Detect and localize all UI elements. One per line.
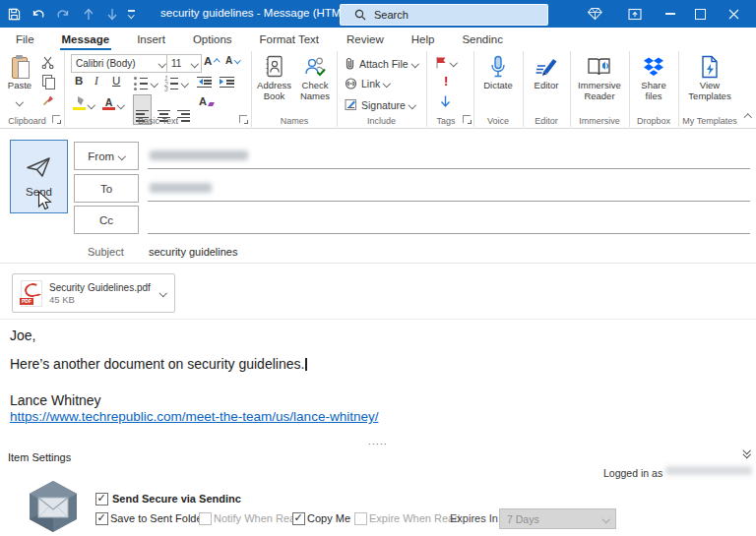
shrink-font-button[interactable]: A — [225, 55, 232, 66]
tab-sendinc[interactable]: Sendinc — [448, 28, 517, 51]
group-dropbox: Share files Dropbox — [629, 51, 679, 127]
tab-insert[interactable]: Insert — [123, 28, 179, 51]
tab-help[interactable]: Help — [398, 28, 449, 51]
increase-indent-button[interactable] — [220, 77, 234, 88]
font-size-value: 11 — [171, 58, 181, 69]
save-button[interactable] — [2, 0, 26, 28]
font-name-value: Calibri (Body) — [76, 58, 136, 69]
redo-button[interactable] — [51, 0, 75, 28]
clear-formatting-button[interactable]: A — [199, 95, 214, 107]
low-importance-button[interactable] — [440, 94, 451, 112]
check-names-button[interactable]: Check Names — [295, 53, 335, 101]
send-paper-plane-icon — [26, 155, 52, 180]
address-book-button[interactable]: Address Book — [255, 53, 293, 101]
logged-in-account-redacted — [665, 466, 752, 475]
tab-message[interactable]: Message — [48, 28, 124, 51]
text-highlight-chevron[interactable] — [88, 101, 95, 109]
dictate-button[interactable]: Dictate — [478, 53, 518, 91]
attachment-card[interactable]: PDF Security Guidelines.pdf 45 KB — [12, 273, 175, 313]
arrow-up-icon — [83, 8, 94, 21]
editor-pen-icon — [527, 53, 566, 81]
minimize-button[interactable] — [656, 0, 685, 28]
copy-me-label[interactable]: Copy Me — [307, 512, 350, 524]
underline-button[interactable]: U — [112, 75, 120, 87]
group-clipboard: Paste — [0, 51, 65, 127]
message-body[interactable]: Joe, Here’s another document on security… — [0, 321, 756, 434]
pane-resize-handle[interactable]: ..... — [0, 437, 756, 447]
font-color-button[interactable]: A — [102, 96, 115, 110]
italic-button[interactable]: I — [94, 75, 98, 87]
tags-group-label: Tags — [426, 116, 473, 126]
subject-value[interactable]: security guidelines — [149, 246, 238, 258]
to-button[interactable]: To — [74, 174, 139, 203]
ribbon: Paste — [0, 51, 756, 129]
send-secure-label[interactable]: Send Secure via Sendinc — [112, 493, 241, 505]
bullets-button[interactable] — [134, 77, 148, 90]
from-address-redacted — [150, 150, 248, 160]
follow-up-flag-button[interactable] — [435, 56, 457, 69]
send-secure-checkbox[interactable] — [95, 493, 108, 506]
body-greeting: Joe, — [10, 328, 35, 343]
decrease-indent-button[interactable] — [197, 77, 212, 88]
font-name-select[interactable]: Calibri (Body) — [71, 54, 169, 73]
numbering-button[interactable] — [164, 77, 178, 90]
grow-font-button[interactable]: A — [204, 55, 212, 67]
save-to-sent-checkbox[interactable] — [95, 512, 108, 525]
high-importance-button[interactable]: ! — [444, 74, 448, 89]
cc-button[interactable]: Cc — [74, 206, 139, 234]
font-color-chevron[interactable] — [117, 101, 125, 109]
shrink-font-chevron — [234, 57, 240, 63]
notify-when-read-checkbox — [199, 512, 212, 525]
paste-icon — [3, 53, 36, 81]
immersive-reader-button[interactable]: Immersive Reader — [572, 53, 627, 101]
title-bar: security guidelines - Message (HTML) Sea… — [0, 0, 756, 28]
close-button[interactable] — [717, 0, 750, 28]
from-field-line[interactable] — [148, 168, 750, 169]
customize-qat-button[interactable] — [122, 0, 140, 28]
collapse-pane-button[interactable] — [744, 449, 750, 456]
tab-options[interactable]: Options — [179, 28, 246, 51]
attach-file-chevron — [410, 60, 418, 68]
tab-review[interactable]: Review — [333, 28, 398, 51]
minimize-icon — [665, 13, 675, 14]
format-painter-button[interactable] — [42, 92, 55, 110]
font-size-select[interactable]: 11 — [166, 54, 202, 73]
copy-button[interactable] — [42, 74, 54, 91]
from-button[interactable]: From — [74, 142, 139, 170]
ribbon-display-options-icon — [628, 8, 642, 21]
attachment-options-chevron[interactable] — [158, 289, 166, 297]
customize-qat-icon — [128, 10, 135, 17]
tab-format-text[interactable]: Format Text — [246, 28, 334, 51]
cut-button[interactable] — [41, 55, 54, 73]
search-input[interactable]: Search — [340, 4, 548, 26]
numbering-chevron[interactable] — [181, 80, 189, 88]
move-up-button[interactable] — [77, 0, 100, 28]
signature-button[interactable]: Signature — [345, 98, 414, 111]
expire-when-read-checkbox — [354, 512, 367, 525]
editor-button[interactable]: Editor — [527, 53, 566, 91]
tab-file[interactable]: File — [2, 28, 48, 51]
text-highlight-button[interactable] — [73, 96, 86, 110]
cc-field-line[interactable] — [148, 233, 750, 234]
bold-button[interactable]: B — [75, 75, 83, 87]
move-down-button[interactable] — [100, 0, 124, 28]
paste-dropdown-chevron[interactable] — [16, 97, 24, 105]
copy-me-checkbox[interactable] — [292, 512, 305, 525]
signature-link[interactable]: https://www.techrepublic.com/meet-the-te… — [10, 409, 378, 424]
view-templates-button[interactable]: View Templates — [682, 53, 737, 101]
collapse-ribbon-button[interactable] — [745, 106, 751, 124]
paste-button[interactable]: Paste — [3, 53, 36, 110]
undo-button[interactable] — [27, 0, 50, 28]
share-files-button[interactable]: Share files — [632, 53, 675, 101]
attach-file-button[interactable]: Attach File — [345, 57, 417, 70]
ribbon-display-options-button[interactable] — [620, 0, 650, 28]
maximize-button[interactable] — [685, 0, 715, 28]
coming-soon-button[interactable] — [580, 0, 609, 28]
save-to-sent-label[interactable]: Save to Sent Folder — [110, 512, 206, 524]
bullets-chevron[interactable] — [151, 80, 158, 88]
clipboard-group-label: Clipboard — [0, 116, 64, 126]
body-message-line: Here’s another document on security guid… — [10, 356, 307, 372]
collapse-ribbon-icon — [743, 113, 751, 121]
to-field-line[interactable] — [148, 201, 750, 202]
link-button[interactable]: Link — [345, 78, 390, 89]
